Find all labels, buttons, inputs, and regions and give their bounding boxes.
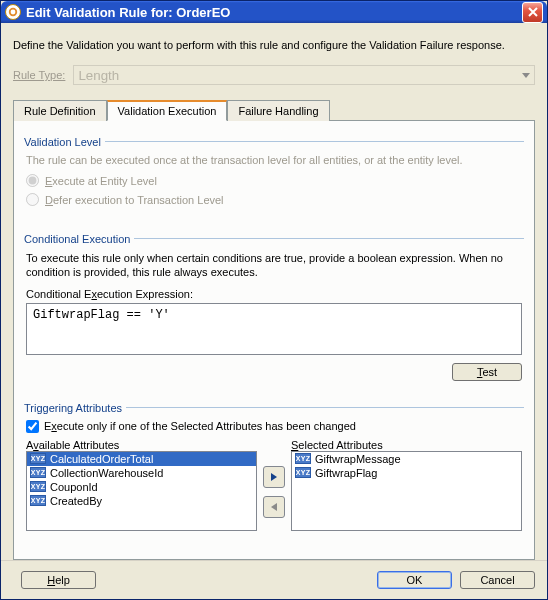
attribute-icon: XYZ bbox=[30, 495, 46, 506]
radio-transaction-level-label: Defer execution to Transaction Level bbox=[45, 194, 224, 206]
trigger-only-checkbox[interactable] bbox=[26, 420, 39, 433]
dialog-description: Define the Validation you want to perfor… bbox=[13, 39, 535, 51]
app-icon bbox=[5, 4, 21, 20]
add-attribute-button[interactable] bbox=[263, 466, 285, 488]
expression-label: Conditional Execution Expression: bbox=[26, 288, 522, 300]
svg-point-1 bbox=[11, 10, 16, 15]
remove-attribute-button[interactable] bbox=[263, 496, 285, 518]
available-attributes-label: Available Attributes bbox=[26, 439, 257, 451]
validation-level-desc: The rule can be executed once at the tra… bbox=[26, 154, 522, 166]
titlebar: Edit Validation Rule for: OrderEO bbox=[1, 1, 547, 23]
attribute-icon: XYZ bbox=[30, 467, 46, 478]
tab-validation-execution[interactable]: Validation Execution bbox=[107, 100, 228, 121]
trigger-only-label: Execute only if one of the Selected Attr… bbox=[44, 420, 356, 432]
attribute-icon: XYZ bbox=[295, 453, 311, 464]
help-button[interactable]: Help bbox=[21, 571, 96, 589]
cancel-button[interactable]: Cancel bbox=[460, 571, 535, 589]
list-item[interactable]: XYZCalculatedOrderTotal bbox=[27, 452, 256, 466]
list-item[interactable]: XYZCollectionWarehouseId bbox=[27, 466, 256, 480]
attribute-icon: XYZ bbox=[295, 467, 311, 478]
radio-transaction-level bbox=[26, 193, 39, 206]
attribute-icon: XYZ bbox=[30, 481, 46, 492]
triggering-attributes-title: Triggering Attributes bbox=[24, 402, 126, 414]
conditional-execution-title: Conditional Execution bbox=[24, 233, 134, 245]
conditional-execution-desc: To execute this rule only when certain c… bbox=[26, 251, 522, 280]
close-button[interactable] bbox=[522, 2, 543, 23]
list-item[interactable]: XYZCouponId bbox=[27, 480, 256, 494]
validation-level-title: Validation Level bbox=[24, 136, 105, 148]
attribute-icon: XYZ bbox=[30, 453, 46, 464]
ok-button[interactable]: OK bbox=[377, 571, 452, 589]
tab-failure-handling[interactable]: Failure Handling bbox=[227, 100, 329, 121]
selected-attributes-label: Selected Attributes bbox=[291, 439, 522, 451]
expression-input[interactable]: GiftwrapFlag == 'Y' bbox=[26, 303, 522, 355]
rule-type-label: Rule Type: bbox=[13, 69, 65, 81]
radio-entity-level bbox=[26, 174, 39, 187]
test-button[interactable]: Test bbox=[452, 363, 522, 381]
tab-panel-validation-execution: Validation Level The rule can be execute… bbox=[13, 120, 535, 560]
radio-entity-level-label: Execute at Entity Level bbox=[45, 175, 157, 187]
list-item[interactable]: XYZCreatedBy bbox=[27, 494, 256, 508]
tab-rule-definition[interactable]: Rule Definition bbox=[13, 100, 107, 121]
list-item[interactable]: XYZGiftwrapFlag bbox=[292, 466, 521, 480]
window-title: Edit Validation Rule for: OrderEO bbox=[26, 5, 522, 20]
selected-attributes-list[interactable]: XYZGiftwrapMessage XYZGiftwrapFlag bbox=[291, 451, 522, 531]
rule-type-select: Length bbox=[73, 65, 535, 85]
list-item[interactable]: XYZGiftwrapMessage bbox=[292, 452, 521, 466]
available-attributes-list[interactable]: XYZCalculatedOrderTotal XYZCollectionWar… bbox=[26, 451, 257, 531]
